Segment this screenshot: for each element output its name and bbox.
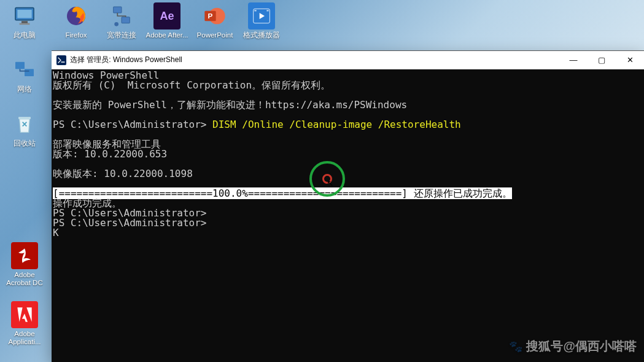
svg-rect-6 [122, 17, 130, 23]
stray-char: K [53, 227, 59, 238]
maximize-button[interactable]: ▢ [588, 51, 616, 69]
icon-label: Adobe After... [145, 31, 189, 39]
term-line: 安装最新的 PowerShell，了解新功能和改进！https://aka.ms… [53, 99, 407, 111]
icon-label: Adobe Acrobat DC [2, 271, 47, 287]
term-line: 映像版本: 10.0.22000.1098 [53, 168, 193, 179]
desktop-icon-after-effects[interactable]: Ae Adobe After... [145, 2, 189, 39]
svg-rect-17 [18, 117, 31, 119]
icon-label: Firefox [54, 31, 98, 39]
watermark-text: 搜狐号@偶西小嗒嗒 [526, 338, 637, 355]
monitor-icon [11, 2, 38, 30]
powershell-icon [56, 55, 66, 65]
icon-label: 网络 [2, 85, 47, 93]
adobe-icon [11, 301, 38, 328]
desktop: 此电脑 Firefox 宽带连接 Ae Adobe After... P Pow… [0, 0, 644, 362]
prompt: PS C:\Users\Administrator> [53, 119, 212, 130]
desktop-icon-recycle-bin[interactable]: 回收站 [2, 111, 47, 148]
icon-label: 格式播放器 [239, 31, 284, 39]
desktop-icon-adobe-app[interactable]: Adobe Applicati... [2, 301, 47, 346]
progress-line-selected: [==========================100.0%=======… [53, 187, 512, 199]
network-icon [108, 2, 135, 30]
svg-rect-5 [114, 7, 122, 13]
icon-label: PowerPoint [193, 31, 237, 39]
desktop-icon-this-pc[interactable]: 此电脑 [2, 2, 47, 39]
svg-rect-14 [266, 10, 268, 12]
svg-rect-1 [17, 10, 31, 18]
icon-label: Adobe Applicati... [2, 330, 47, 346]
desktop-icon-acrobat[interactable]: Adobe Acrobat DC [2, 242, 47, 287]
icon-label: 回收站 [2, 140, 47, 148]
term-line: 版本: 10.0.22000.653 [53, 148, 167, 160]
svg-rect-16 [25, 69, 34, 76]
prompt: PS C:\Users\Administrator> [53, 217, 206, 229]
command-text: DISM /Online /Cleanup-image /RestoreHeal… [212, 119, 461, 130]
terminal-output[interactable]: Windows PowerShell 版权所有 (C) Microsoft Co… [52, 69, 644, 362]
ae-icon: Ae [153, 2, 180, 30]
desktop-icon-format-player[interactable]: 格式播放器 [239, 2, 284, 39]
watermark: 🐾 搜狐号@偶西小嗒嗒 [509, 338, 637, 355]
svg-rect-2 [21, 21, 28, 23]
window-title: 选择 管理员: Windows PowerShell [70, 55, 182, 65]
svg-rect-15 [15, 62, 25, 69]
svg-rect-18 [56, 55, 66, 65]
powershell-window: 选择 管理员: Windows PowerShell — ▢ ✕ Windows… [52, 50, 644, 362]
paw-icon: 🐾 [509, 340, 522, 353]
player-icon [248, 2, 275, 30]
acrobat-icon [11, 242, 38, 269]
close-button[interactable]: ✕ [616, 51, 644, 69]
desktop-icon-broadband[interactable]: 宽带连接 [99, 2, 144, 39]
svg-rect-13 [254, 10, 256, 12]
window-titlebar[interactable]: 选择 管理员: Windows PowerShell — ▢ ✕ [52, 51, 644, 69]
desktop-icon-powerpoint[interactable]: P PowerPoint [193, 2, 237, 39]
desktop-icon-network[interactable]: 网络 [2, 57, 47, 93]
powerpoint-icon: P [201, 2, 228, 30]
svg-text:P: P [208, 12, 213, 20]
minimize-button[interactable]: — [559, 51, 588, 69]
icon-label: 宽带连接 [99, 31, 144, 39]
desktop-icon-firefox[interactable]: Firefox [54, 2, 98, 39]
firefox-icon [63, 2, 90, 30]
network-places-icon [11, 57, 38, 84]
icon-label: 此电脑 [2, 31, 47, 39]
svg-rect-3 [20, 23, 30, 25]
svg-point-7 [114, 22, 118, 26]
term-line: 版权所有 (C) Microsoft Corporation。保留所有权利。 [53, 79, 330, 91]
recycle-bin-icon [11, 111, 38, 138]
